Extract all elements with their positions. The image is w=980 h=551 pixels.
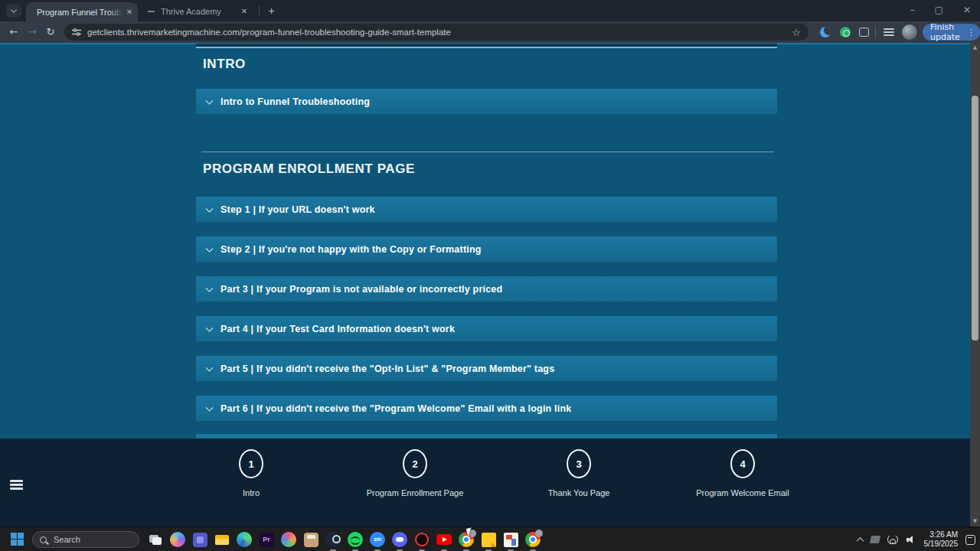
tab-search-button[interactable] <box>6 4 21 18</box>
extension-green-icon[interactable] <box>840 27 851 37</box>
accordion-step-2[interactable]: Step 2 | If you're not happy with the Co… <box>196 236 777 262</box>
ms-store-icon[interactable] <box>302 531 319 548</box>
menu-kebab-icon[interactable]: ⋮ <box>967 28 975 37</box>
toolbar-divider <box>875 27 876 37</box>
chevron-down-icon <box>207 243 212 256</box>
tray-app-icon[interactable] <box>869 536 880 543</box>
chrome-alt-icon[interactable] <box>524 531 541 548</box>
step-label: Thank You Page <box>495 488 663 497</box>
tab-strip: Program Funnel Troubleshooti ✕ Thrive Ac… <box>0 0 980 21</box>
browser-toolbar: ← → ↻ getclients.thrivemarketingmachine.… <box>0 21 980 43</box>
extensions-icon[interactable] <box>859 28 869 37</box>
reading-list-icon[interactable] <box>884 28 894 36</box>
stepper-step-3[interactable]: 3 Thank You Page <box>495 449 663 497</box>
step-circle[interactable]: 4 <box>730 449 755 478</box>
page-viewport: INTRO Intro to Funnel Troubleshooting PR… <box>0 43 980 527</box>
stepper-step-1[interactable]: 1 Intro <box>167 449 335 497</box>
hamburger-menu-icon[interactable] <box>10 480 23 490</box>
teams-icon[interactable] <box>191 531 208 548</box>
window-controls: – ▢ ✕ <box>907 0 974 20</box>
task-view-icon[interactable] <box>147 531 164 548</box>
finish-update-button[interactable]: Finish update ⋮ <box>923 24 980 41</box>
edge-icon[interactable] <box>236 531 253 548</box>
address-bar[interactable]: getclients.thrivemarketingmachine.com/pr… <box>64 24 808 41</box>
section-divider <box>201 152 774 152</box>
step-label: Program Enrollment Page <box>331 488 499 497</box>
tray-time: 3:26 AM <box>924 530 959 540</box>
notification-icon[interactable] <box>965 535 975 545</box>
steam-icon[interactable] <box>325 531 341 548</box>
accordion-step-1[interactable]: Step 1 | If your URL doesn't work <box>196 197 777 222</box>
tray-chevron-up-icon[interactable] <box>856 536 864 544</box>
scrollbar-thumb[interactable] <box>972 96 978 341</box>
close-window-button[interactable]: ✕ <box>960 5 974 15</box>
tray-clock[interactable]: 3:26 AM 5/19/2025 <box>924 530 959 549</box>
stepper-step-4[interactable]: 4 Program Welcome Email <box>658 449 827 497</box>
tab-separator <box>259 6 260 16</box>
chevron-down-icon <box>207 203 212 217</box>
sticky-notes-icon[interactable] <box>480 531 497 548</box>
zoom-icon[interactable]: zm <box>369 531 386 548</box>
search-placeholder: Search <box>54 535 80 544</box>
chevron-down-icon <box>11 6 17 12</box>
close-tab-icon[interactable]: ✕ <box>239 6 250 17</box>
chevron-down-icon <box>207 282 212 296</box>
url-field[interactable]: getclients.thrivemarketingmachine.com/pr… <box>87 28 792 37</box>
profile-avatar[interactable] <box>902 24 917 40</box>
volume-icon[interactable] <box>906 536 916 544</box>
premiere-pro-icon[interactable]: Pr <box>258 531 275 548</box>
step-circle[interactable]: 3 <box>567 449 591 478</box>
accordion-label: Intro to Funnel Troubleshooting <box>220 96 370 107</box>
forward-button[interactable]: → <box>24 24 40 40</box>
reload-button[interactable]: ↻ <box>43 24 58 40</box>
step-circle[interactable]: 1 <box>239 449 263 478</box>
maximize-button[interactable]: ▢ <box>932 5 946 15</box>
browser-window: Program Funnel Troubleshooti ✕ Thrive Ac… <box>0 0 980 527</box>
file-explorer-icon[interactable] <box>214 531 230 548</box>
taskbar: Search Pr zm 3:26 AM 5/19/2025 <box>0 527 980 551</box>
tray-date: 5/19/2025 <box>924 540 959 549</box>
accordion-part-5[interactable]: Part 5 | If you didn't receive the "Opt-… <box>196 356 777 381</box>
discord-icon[interactable] <box>391 531 408 548</box>
step-circle[interactable]: 2 <box>403 449 427 478</box>
close-tab-icon[interactable]: ✕ <box>124 7 135 18</box>
new-tab-button[interactable]: + <box>265 5 278 18</box>
game-tool-icon[interactable] <box>502 531 519 548</box>
chevron-down-icon <box>207 95 212 109</box>
section-title-enrollment: PROGRAM ENROLLMENT PAGE <box>203 161 415 177</box>
scrollbar-track[interactable]: ▲ ▼ <box>970 43 980 527</box>
accordion-label: Part 4 | If your Test Card Information d… <box>220 324 455 334</box>
taskbar-search[interactable]: Search <box>32 531 139 548</box>
youtube-icon[interactable] <box>436 531 452 548</box>
chevron-down-icon <box>207 322 212 336</box>
bookmark-star-icon[interactable]: ☆ <box>792 27 801 38</box>
back-button[interactable]: ← <box>6 24 21 40</box>
accordion-label: Step 1 | If your URL doesn't work <box>220 204 375 215</box>
extension-crescent-icon[interactable] <box>820 27 831 37</box>
accordion-label: Part 5 | If you didn't receive the "Opt-… <box>220 364 554 374</box>
tab-program-funnel[interactable]: Program Funnel Troubleshooti ✕ <box>26 2 138 21</box>
site-settings-icon[interactable] <box>72 28 81 37</box>
accordion-part-6[interactable]: Part 6 | If you didn't receive the "Prog… <box>196 396 777 421</box>
wifi-icon[interactable] <box>887 536 899 544</box>
start-button[interactable] <box>11 533 24 546</box>
accordion-intro[interactable]: Intro to Funnel Troubleshooting <box>196 89 777 114</box>
tab-thrive-academy[interactable]: Thrive Academy ✕ <box>141 2 257 21</box>
accordion-part-3[interactable]: Part 3 | If your Program is not availabl… <box>196 276 777 302</box>
finish-update-label: Finish update <box>930 22 962 42</box>
chevron-down-icon <box>207 362 212 376</box>
section-title-intro: INTRO <box>203 57 246 72</box>
minimize-button[interactable]: – <box>907 5 918 15</box>
spotify-icon[interactable] <box>347 531 364 548</box>
scroll-up-arrow[interactable]: ▲ <box>970 43 980 53</box>
scroll-down-arrow[interactable]: ▼ <box>970 517 980 527</box>
accordion-part-4[interactable]: Part 4 | If your Test Card Information d… <box>196 316 777 341</box>
tab-title: Thrive Academy <box>161 7 237 16</box>
stepper-step-2[interactable]: 2 Program Enrollment Page <box>331 449 499 497</box>
colorful-app-icon[interactable] <box>280 531 297 548</box>
system-tray: 3:26 AM 5/19/2025 <box>858 527 976 551</box>
search-icon <box>40 536 47 543</box>
accordion-label: Part 3 | If your Program is not availabl… <box>220 284 502 295</box>
opera-gx-icon[interactable] <box>413 531 430 548</box>
copilot-icon[interactable] <box>169 531 186 548</box>
